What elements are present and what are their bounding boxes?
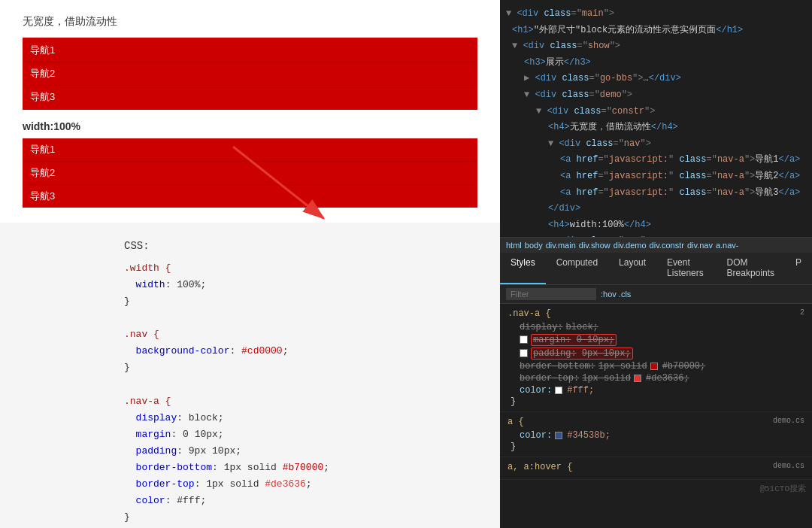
dom-line[interactable]: </div>: [500, 201, 812, 217]
prop-padding: padding:: [533, 348, 577, 359]
dom-line[interactable]: ▼ <div class="main">: [500, 6, 812, 23]
color-swatch-fff: [555, 387, 562, 394]
width-label: width:100%: [23, 120, 477, 132]
style-rule-color: color: #fff;: [508, 384, 804, 396]
nav-link-width[interactable]: 导航3: [23, 185, 477, 208]
val-color: #fff;: [567, 385, 594, 396]
dom-tree[interactable]: ▼ <div class="main"> <h1>"外部尺寸"block元素的流…: [500, 0, 812, 237]
code-area: CSS: .width { width: 100%; } .nav { back…: [0, 223, 500, 528]
val-padding: 9px 10px;: [582, 348, 631, 359]
style-rule-a-color: color: #34538b;: [508, 429, 804, 442]
prop-border-bottom: border-bottom:: [520, 361, 595, 372]
nav-link-width[interactable]: 导航1: [23, 138, 477, 162]
left-panel: 无宽度，借助流动性 导航1 导航2 导航3 width:100% 导航1 导航2…: [0, 0, 500, 528]
prop-a-color: color:: [520, 430, 552, 441]
prop-border-top: border-top:: [520, 373, 579, 384]
color-swatch-34538b: [555, 432, 562, 439]
color-swatch-de3636: [634, 375, 641, 382]
breadcrumb: html body div.main div.show div.demo div…: [500, 237, 812, 253]
breadcrumb-body[interactable]: body: [525, 241, 543, 250]
style-selector-a: a { demo.cs: [508, 417, 804, 427]
tab-styles[interactable]: Styles: [500, 253, 546, 284]
val-border-top: 1px solid: [582, 373, 631, 384]
margin-highlight: margin: 0 10px;: [531, 334, 617, 346]
source-link-a-hover[interactable]: demo.cs: [773, 462, 804, 470]
nav-demo-2: 导航1 导航2 导航3: [23, 138, 477, 208]
breadcrumb-divshow[interactable]: div.show: [579, 241, 611, 250]
tab-more[interactable]: P: [785, 253, 812, 284]
style-selector-nav-a: .nav-a { 2: [508, 308, 804, 319]
tab-computed[interactable]: Computed: [546, 253, 608, 284]
nav-link[interactable]: 导航3: [23, 86, 477, 108]
breadcrumb-html[interactable]: html: [506, 241, 522, 250]
dom-line[interactable]: ▶ <div class="go-bbs">…</div>: [500, 71, 812, 87]
filter-input[interactable]: [506, 288, 596, 300]
checkbox-margin[interactable]: [520, 335, 528, 344]
source-link[interactable]: 2: [800, 308, 804, 317]
val-border-top-color: #de3636;: [646, 373, 689, 384]
tab-layout[interactable]: Layout: [608, 253, 656, 284]
style-rule-display: display: block;: [508, 321, 804, 333]
style-block-a-hover: a, a:hover { demo.cs: [500, 457, 812, 480]
padding-highlight: padding: 9px 10px;: [531, 347, 633, 360]
dom-line[interactable]: <h3>展示</h3>: [500, 55, 812, 71]
dom-line[interactable]: ▼ <div class="constr">: [500, 104, 812, 120]
dom-line[interactable]: ▼ <div class="show">: [500, 38, 812, 55]
val-border-bottom-color: #b70000;: [662, 361, 706, 372]
breadcrumb-anav[interactable]: a.nav-: [716, 241, 739, 250]
style-close-brace: }: [508, 396, 804, 407]
source-link-a[interactable]: demo.cs: [773, 417, 804, 425]
nav-link-width[interactable]: 导航2: [23, 162, 477, 185]
dom-line[interactable]: <h4>width:100%</h4>: [500, 217, 812, 234]
nav-link[interactable]: 导航1: [23, 39, 477, 62]
nav-demo-1: 导航1 导航2 导航3: [23, 38, 477, 110]
style-selector-a-hover: a, a:hover { demo.cs: [508, 462, 804, 472]
dom-line[interactable]: <h1>"外部尺寸"block元素的流动性示意实例页面</h1>: [500, 23, 812, 39]
val-display: block;: [566, 322, 598, 332]
prop-color: color:: [520, 385, 552, 396]
tab-dom-breakpoints[interactable]: DOM Breakpoints: [717, 253, 785, 284]
dom-line[interactable]: <a href="javascript:" class="nav-a">导航1<…: [500, 152, 812, 168]
color-swatch-b70000: [650, 363, 658, 370]
prop-margin: margin:: [533, 335, 571, 345]
dom-line[interactable]: <a href="javascript:" class="nav-a">导航2<…: [500, 168, 812, 185]
section-title: 无宽度，借助流动性: [23, 15, 477, 29]
checkbox-padding[interactable]: [520, 349, 528, 357]
tabs-bar: Styles Computed Layout Event Listeners D…: [500, 253, 812, 285]
breadcrumb-divconstr[interactable]: div.constr: [650, 241, 684, 250]
style-close-brace: }: [508, 442, 804, 452]
prop-display: display:: [520, 322, 563, 332]
breadcrumb-divmain[interactable]: div.main: [546, 241, 576, 250]
dom-line[interactable]: <a href="javascript:" class="nav-a">导航3<…: [500, 185, 812, 202]
val-margin: 0 10px;: [577, 335, 614, 345]
filter-pseudo: :hov .cls: [601, 290, 631, 299]
styles-panel: .nav-a { 2 display: block; margin: 0 10p…: [500, 304, 812, 529]
val-a-color: #34538b;: [567, 430, 611, 441]
val-border-bottom: 1px solid: [598, 361, 647, 372]
style-rule-border-bottom: border-bottom: 1px solid #b70000;: [508, 360, 804, 372]
breadcrumb-divnav[interactable]: div.nav: [687, 241, 713, 250]
right-panel: ▼ <div class="main"> <h1>"外部尺寸"block元素的流…: [500, 0, 812, 528]
filter-bar: :hov .cls: [500, 285, 812, 304]
style-rule-padding: padding: 9px 10px;: [508, 347, 804, 360]
dom-line[interactable]: ▼ <div class="demo">: [500, 87, 812, 104]
dom-line[interactable]: <h4>无宽度，借助流动性</h4>: [500, 120, 812, 136]
demo-area: 无宽度，借助流动性 导航1 导航2 导航3 width:100% 导航1 导航2…: [0, 0, 500, 223]
style-rule-border-top: border-top: 1px solid #de3636;: [508, 372, 804, 384]
tab-event-listeners[interactable]: Event Listeners: [656, 253, 717, 284]
watermark: @51CTO搜索: [500, 480, 812, 497]
style-block-a: a { demo.cs color: #34538b; }: [500, 412, 812, 457]
dom-line[interactable]: ▼ <div class="nav">: [500, 136, 812, 153]
code-label: CSS:: [124, 238, 477, 256]
style-block-nav-a: .nav-a { 2 display: block; margin: 0 10p…: [500, 304, 812, 412]
css-block: .width { width: 100%; } .nav { backgroun…: [124, 260, 477, 528]
nav-link[interactable]: 导航2: [23, 62, 477, 86]
style-rule-margin: margin: 0 10px;: [508, 333, 804, 347]
breadcrumb-divdemo[interactable]: div.demo: [614, 241, 647, 250]
